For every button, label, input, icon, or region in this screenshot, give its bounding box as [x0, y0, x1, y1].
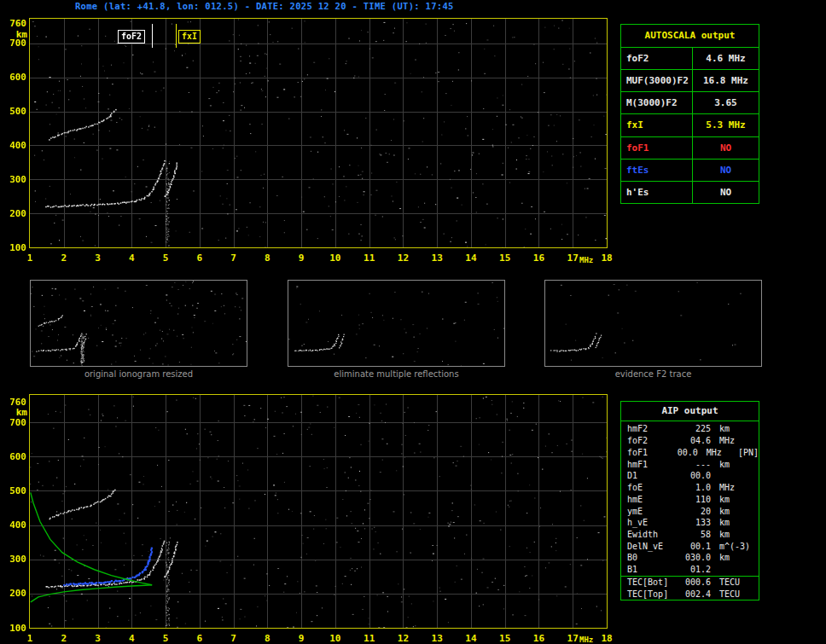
bottom-x-tick-18: 18 — [596, 633, 617, 644]
aip-unit: km — [711, 424, 757, 433]
bottom-y-tick-760: 760 — [4, 397, 26, 408]
top-x-tick-1: 1 — [20, 252, 40, 264]
aip-row-b1: B101.2 — [621, 564, 759, 576]
thumbnail-caption: eliminate multiple reflections — [288, 369, 505, 379]
aip-unit: km — [711, 495, 757, 504]
bottom-x-tick-11: 11 — [359, 633, 380, 644]
aip-row-tec-top-: TEC[Top]002.4TECU — [621, 588, 759, 600]
aip-table-title: AIP output — [621, 402, 759, 421]
thumbnail-caption: original ionogram resized — [30, 369, 247, 379]
top-x-tick-3: 3 — [88, 252, 108, 264]
top-x-tick-7: 7 — [224, 252, 244, 264]
top-x-tick-5: 5 — [155, 252, 176, 264]
aip-name: DelN_vE — [621, 542, 680, 551]
aip-name: ymE — [621, 507, 680, 516]
aip-unit: TECU — [711, 589, 757, 599]
autoscala-table-title: AUTOSCALA output — [621, 25, 759, 48]
aip-value: 00.1 — [680, 542, 711, 551]
top-x-tick-9: 9 — [291, 252, 311, 264]
autoscala-output-table: AUTOSCALA output foF2 4.6 MHz MUF(3000)F… — [620, 24, 759, 204]
aip-value: 002.4 — [680, 589, 711, 599]
top-x-tick-17: 17 — [562, 252, 583, 264]
aip-extra: [PN] — [738, 448, 759, 457]
aip-row-h-ve: h_vE133km — [621, 517, 759, 529]
fxI-marker-line — [176, 24, 177, 48]
aip-name: TEC[Bot] — [621, 577, 680, 587]
autoscala-window: Rome (lat: +41.8, lon: 012.5) - DATE: 20… — [0, 0, 826, 644]
aip-name: hmF2 — [621, 424, 680, 433]
bottom-x-tick-2: 2 — [54, 633, 74, 644]
aip-unit: MHz — [711, 483, 757, 492]
bottom-x-tick-8: 8 — [257, 633, 277, 644]
bottom-x-tick-12: 12 — [393, 633, 413, 644]
aip-value: 00.0 — [672, 448, 697, 457]
aip-name: Ewidth — [621, 530, 680, 539]
aip-row-foe: foE1.0MHz — [621, 482, 759, 494]
top-y-tick-500: 500 — [4, 106, 26, 117]
autoscala-label: ftEs — [621, 160, 693, 181]
top-x-tick-8: 8 — [257, 252, 277, 264]
top-x-tick-12: 12 — [393, 252, 413, 264]
aip-value: 110 — [680, 495, 711, 504]
aip-unit: km — [711, 460, 757, 469]
autoscala-value: NO — [693, 137, 759, 159]
autoscala-label: M(3000)F2 — [621, 92, 693, 113]
bottom-x-tick-16: 16 — [528, 633, 549, 644]
aip-row-hmf1: hmF1---km — [621, 458, 759, 470]
aip-row-ewidth: Ewidth58km — [621, 529, 759, 541]
top-x-tick-18: 18 — [596, 252, 617, 264]
aip-row-fof2: foF204.6MHz — [621, 435, 759, 447]
aip-value: --- — [680, 460, 711, 469]
top-x-tick-10: 10 — [325, 252, 346, 264]
thumbnail-evidence-f2-trace — [544, 280, 762, 367]
aip-name: foE — [621, 483, 680, 492]
bottom-x-tick-3: 3 — [88, 633, 108, 644]
fxI-marker-label: fxI — [178, 30, 201, 44]
thumbnail-original-ionogram — [30, 280, 247, 367]
aip-unit: km — [711, 518, 757, 527]
aip-unit: km — [711, 507, 757, 516]
autoscala-value: 3.65 — [693, 92, 759, 113]
autoscala-value: NO — [693, 160, 759, 181]
station-date-title: Rome (lat: +41.8, lon: 012.5) - DATE: 20… — [75, 1, 454, 11]
bottom-x-tick-5: 5 — [155, 633, 176, 644]
bottom-x-tick-7: 7 — [224, 633, 244, 644]
aip-value: 1.0 — [680, 483, 711, 492]
aip-unit: TECU — [711, 577, 757, 587]
top-ionogram-plot — [29, 18, 608, 248]
aip-row-fof1: foF100.0MHz[PN] — [621, 446, 759, 458]
autoscala-label: h'Es — [621, 182, 693, 203]
bottom-ionogram-plot — [29, 394, 608, 629]
thumbnail-eliminate-reflections — [288, 280, 505, 367]
bottom-x-tick-10: 10 — [325, 633, 346, 644]
autoscala-label: MUF(3000)F2 — [621, 70, 693, 91]
aip-row-hme: hmE110km — [621, 493, 759, 505]
foF2-marker-label: foF2 — [118, 30, 145, 44]
foF2-marker-line — [152, 24, 153, 48]
top-x-tick-6: 6 — [189, 252, 210, 264]
aip-value: 01.2 — [680, 565, 711, 574]
bottom-x-tick-1: 1 — [20, 633, 40, 644]
thumbnail-canvas — [288, 281, 504, 366]
aip-row-deln-ve: DelN_vE00.1m^(-3) — [621, 540, 759, 552]
autoscala-value: 16.8 MHz — [693, 70, 759, 91]
thumbnail-canvas — [31, 281, 247, 366]
aip-value: 04.6 — [680, 436, 711, 445]
bottom-x-tick-15: 15 — [495, 633, 515, 644]
aip-value: 00.0 — [680, 471, 711, 480]
bottom-y-tick-300: 300 — [4, 554, 26, 565]
bottom-x-tick-14: 14 — [461, 633, 481, 644]
bottom-x-tick-13: 13 — [427, 633, 447, 644]
aip-value: 225 — [680, 424, 711, 433]
aip-output-table: AIP output hmF2225kmfoF204.6MHzfoF100.0M… — [620, 401, 759, 600]
aip-value: 000.6 — [680, 577, 711, 587]
aip-unit: MHz — [711, 436, 757, 445]
bottom-x-tick-6: 6 — [189, 633, 210, 644]
bottom-y-tick-100: 100 — [4, 623, 26, 634]
aip-name: hmF1 — [621, 460, 680, 469]
aip-name: TEC[Top] — [621, 589, 680, 599]
top-x-tick-16: 16 — [528, 252, 549, 264]
top-ionogram-canvas — [30, 19, 607, 247]
aip-row-yme: ymE20km — [621, 505, 759, 517]
aip-row-d1: D100.0 — [621, 470, 759, 482]
